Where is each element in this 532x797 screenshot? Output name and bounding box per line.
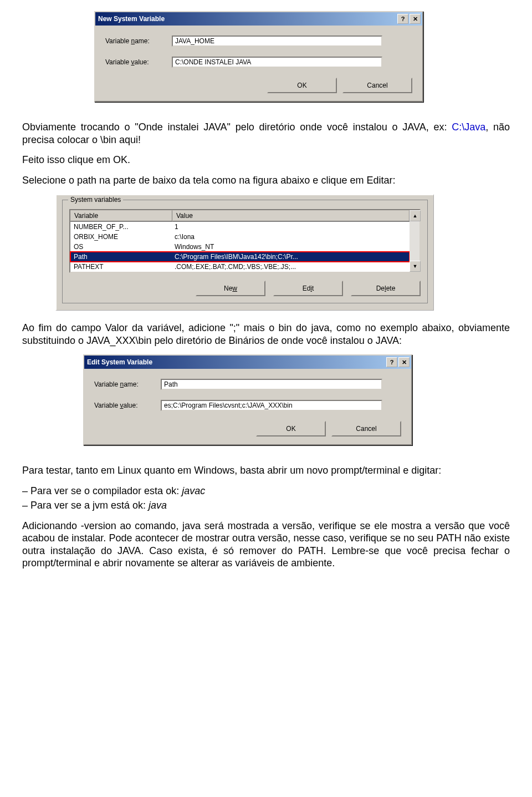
titlebar: New System Variable ? ✕: [95, 12, 422, 26]
dialog-title: Edit System Variable: [86, 358, 385, 366]
variable-value-label: Variable value:: [94, 402, 161, 409]
dialog-button-row: OK Cancel: [94, 421, 401, 436]
var-name: OS: [70, 243, 171, 251]
variable-name-input[interactable]: [172, 35, 382, 47]
variable-name-label: Variable name:: [105, 37, 172, 45]
bullet-item: – Para ver se a jvm está ok: java: [22, 499, 510, 512]
new-button[interactable]: New: [196, 281, 265, 296]
groupbox-legend: System variables: [68, 196, 123, 204]
titlebar: Edit System Variable ? ✕: [84, 356, 411, 369]
label-part: alue:: [134, 58, 149, 66]
paragraph: Para testar, tanto em Linux quanto em Wi…: [22, 464, 510, 477]
list-item[interactable]: NUMBER_OF_P... 1: [70, 222, 410, 232]
ok-button[interactable]: OK: [256, 421, 326, 436]
paragraph: Ao fim do campo Valor da variável, adici…: [22, 322, 510, 347]
cancel-button[interactable]: Cancel: [342, 78, 412, 93]
command: javac: [182, 485, 205, 496]
variable-name-label: Variable name:: [94, 380, 161, 388]
system-variables-panel: System variables Variable Value NUMBER_O…: [55, 194, 434, 311]
new-system-variable-dialog: New System Variable ? ✕ Variable name: V…: [94, 11, 423, 102]
variable-name-row: Variable name:: [105, 35, 412, 47]
dialog-body: Variable name: Variable value: OK Cancel: [95, 26, 422, 101]
text: Obviamente trocando o "Onde instalei JAV…: [22, 121, 452, 133]
bullet-item: – Para ver se o compilador esta ok: java…: [22, 485, 510, 498]
paragraph: Obviamente trocando o "Onde instalei JAV…: [22, 121, 510, 146]
scroll-up-icon[interactable]: ▲: [410, 210, 421, 221]
dialog-body: Variable name: Variable value: OK Cancel: [84, 369, 411, 444]
paragraph: Selecione o path na parte de baixo da te…: [22, 174, 510, 187]
system-variables-groupbox: System variables Variable Value NUMBER_O…: [62, 200, 428, 303]
variable-value-label: Variable value:: [105, 58, 172, 66]
list-item[interactable]: OS Windows_NT: [70, 242, 410, 252]
label-part: Variable: [105, 58, 131, 66]
dialog-title: New System Variable: [97, 15, 396, 23]
list-item[interactable]: PATHEXT .COM;.EXE;.BAT;.CMD;.VBS;.VBE;.J…: [70, 262, 410, 272]
btn-text: t: [312, 285, 314, 292]
system-variables-buttons: New Edit Delete: [69, 281, 421, 296]
var-value: c:\Iona: [171, 233, 410, 241]
edit-system-variable-dialog: Edit System Variable ? ✕ Variable name: …: [83, 354, 412, 445]
command: java: [149, 500, 167, 511]
var-name: Path: [70, 253, 171, 261]
btn-text: Ne: [224, 285, 232, 292]
path-example: C:\Java: [452, 121, 485, 133]
dialog-button-row: OK Cancel: [105, 78, 412, 93]
var-name: ORBIX_HOME: [70, 233, 171, 241]
variable-name-input[interactable]: [161, 379, 382, 390]
variable-value-row: Variable value:: [105, 57, 412, 68]
var-name: PATHEXT: [70, 263, 171, 271]
delete-button[interactable]: Delete: [351, 281, 421, 296]
label-part: ame:: [124, 380, 139, 388]
paragraph: Adicionando -version ao comando, java se…: [22, 520, 510, 570]
var-name: NUMBER_OF_P...: [70, 223, 171, 231]
scroll-track[interactable]: [410, 221, 420, 261]
variables-listbox[interactable]: Variable Value NUMBER_OF_P... 1 ORBIX_HO…: [69, 209, 421, 273]
list-item-selected[interactable]: Path C:\Program Files\IBM\Java142\bin;C:…: [70, 252, 410, 262]
btn-text: Ed: [303, 285, 311, 292]
label-part: Variable: [105, 37, 131, 45]
edit-button[interactable]: Edit: [273, 281, 343, 296]
scroll-down-icon[interactable]: ▼: [410, 261, 421, 272]
variable-name-row: Variable name:: [94, 379, 401, 390]
variable-value-input[interactable]: [161, 400, 382, 411]
close-icon[interactable]: ✕: [410, 14, 421, 24]
text: – Para ver se a jvm está ok:: [22, 500, 149, 511]
col-value[interactable]: Value: [172, 210, 410, 221]
var-value: 1: [171, 223, 410, 231]
variable-value-row: Variable value:: [94, 400, 401, 411]
help-icon[interactable]: ?: [386, 357, 397, 367]
help-icon[interactable]: ?: [397, 14, 408, 24]
ok-button[interactable]: OK: [267, 78, 337, 93]
var-value: C:\Program Files\IBM\Java142\bin;C:\Pr..…: [171, 253, 410, 261]
label-part: Variable: [94, 380, 120, 388]
btn-text: De: [376, 285, 385, 292]
text: – Para ver se o compilador esta ok:: [22, 485, 182, 496]
close-icon[interactable]: ✕: [398, 357, 410, 367]
scrollbar[interactable]: ▲ ▼: [410, 210, 420, 272]
cancel-button[interactable]: Cancel: [331, 421, 401, 436]
var-value: Windows_NT: [171, 243, 410, 251]
list-item[interactable]: ORBIX_HOME c:\Iona: [70, 232, 410, 242]
col-variable[interactable]: Variable: [70, 210, 172, 221]
variable-value-input[interactable]: [172, 57, 382, 68]
var-value: .COM;.EXE;.BAT;.CMD;.VBS;.VBE;.JS;...: [171, 263, 410, 271]
paragraph: Feito isso clique em OK.: [22, 154, 510, 166]
label-part: alue:: [123, 402, 137, 409]
btn-underline: w: [232, 285, 237, 292]
listbox-content: Variable Value NUMBER_OF_P... 1 ORBIX_HO…: [70, 210, 410, 272]
label-part: ame:: [135, 37, 150, 45]
label-part: Variable: [94, 402, 120, 409]
btn-text: ete: [386, 285, 396, 292]
listbox-header: Variable Value: [70, 210, 410, 222]
